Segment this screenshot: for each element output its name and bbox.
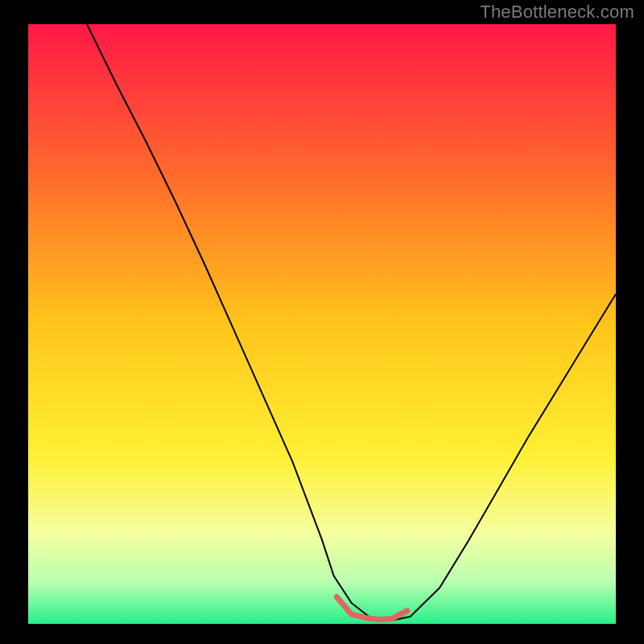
watermark-text: TheBottleneck.com xyxy=(480,2,634,23)
plot-area xyxy=(28,24,616,624)
bottleneck-chart xyxy=(28,24,616,624)
gradient-background xyxy=(28,24,616,624)
chart-frame: TheBottleneck.com xyxy=(0,0,644,644)
